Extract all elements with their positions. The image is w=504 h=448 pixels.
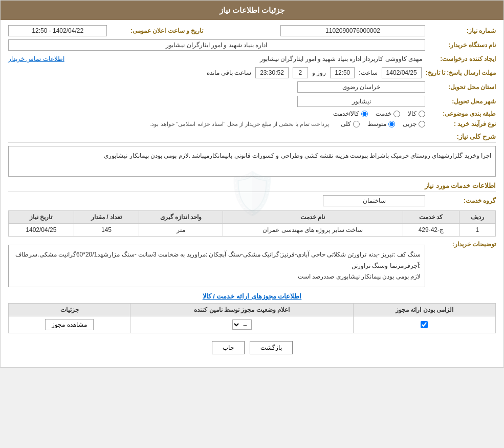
creator-value: مهدی کاووشی کاربرداز اداره بنیاد شهید و …: [69, 54, 425, 64]
service-cell-row: 1: [459, 224, 495, 237]
category-label: طبقه بندی موضوعی:: [429, 110, 496, 117]
services-table: ردیف کد خدمت نام خدمت واحد اندازه گیری ت…: [8, 210, 496, 237]
license-required-checkbox[interactable]: [421, 321, 428, 328]
response-days: 2: [293, 67, 308, 78]
col-header-row: ردیف: [459, 211, 495, 224]
col-header-unit: واحد اندازه گیری: [139, 211, 223, 224]
process-option-1[interactable]: جزیی: [403, 120, 425, 127]
print-button[interactable]: چاپ: [212, 341, 245, 354]
license-section: اطلاعات مجوزهای ارائه خدمت / کالا الزامی…: [8, 292, 496, 333]
announcement-date-label: تاریخ و ساعت اعلان عمومی:: [111, 27, 203, 34]
action-buttons: بازگشت چاپ: [8, 341, 496, 354]
response-remaining: 23:30:52: [255, 67, 289, 78]
announcement-date-value: 1402/04/22 - 12:50: [8, 25, 107, 36]
city-label: شهر محل تحویل:: [429, 98, 496, 105]
service-cell-unit: متر: [139, 224, 223, 237]
process-label: نوع فرآیند خرید :: [429, 120, 496, 127]
page-header: جزئیات اطلاعات نیاز: [1, 1, 503, 20]
need-number-row: شماره نیاز: 1102090076000002 تاریخ و ساع…: [8, 25, 496, 36]
services-label: اطلاعات خدمات مورد نیاز: [8, 182, 496, 192]
service-group-label: گروه خدمت:: [429, 197, 496, 204]
category-radio-group: کالا خدمت کالا/خدمت: [333, 110, 425, 117]
response-deadline-row: مهلت ارسال پاسخ: تا تاریخ: 1402/04/25 سا…: [8, 67, 496, 78]
general-desc-section: شرح کلی نیاز: اجرا وخرید گلزارشهدای روست…: [8, 133, 496, 177]
city-value: نیشابور: [297, 96, 425, 107]
need-number-label: شماره نیاز:: [429, 27, 496, 34]
contact-link[interactable]: اطلاعات تماس خریدار: [8, 55, 64, 62]
service-cell-name: ساخت سایر پروژه های مهندسی عمران: [223, 224, 403, 237]
service-cell-qty: 145: [74, 224, 139, 237]
category-option-2[interactable]: خدمت: [376, 110, 400, 117]
category-row: طبقه بندی موضوعی: کالا خدمت کالا/خدمت: [8, 110, 496, 117]
service-group-row: گروه خدمت: ساختمان: [8, 195, 496, 206]
general-desc-label: شرح کلی نیاز:: [8, 133, 496, 143]
category-option-3[interactable]: کالا/خدمت: [333, 110, 368, 117]
back-button[interactable]: بازگشت: [250, 341, 293, 354]
response-date: 1402/04/25: [382, 67, 422, 78]
view-license-button[interactable]: مشاهده مجوز: [45, 319, 93, 330]
page-wrapper: جزئیات اطلاعات نیاز 🛡️ شماره نیاز: 11020…: [0, 0, 504, 368]
col-header-code: کد خدمت: [403, 211, 459, 224]
license-status-select[interactable]: --: [232, 319, 252, 330]
buyer-org-row: نام دستگاه خریدار: اداره بنیاد شهید و ام…: [8, 39, 496, 51]
city-row: شهر محل تحویل: نیشابور: [8, 96, 496, 107]
license-col-status: اعلام وضعیت مجوز توسط نامین کننده: [130, 303, 354, 316]
page-title: جزئیات اطلاعات نیاز: [220, 6, 284, 14]
buyer-desc-value: سنگ کف :تبریز -بدنه تراورتن شکلاتی حاجی …: [8, 245, 425, 287]
process-radio-group: جزیی متوسط کلی: [341, 120, 425, 127]
service-cell-code: ج-42-429: [403, 224, 459, 237]
creator-row: ایجاد کننده درخواست: مهدی کاووشی کاربردا…: [8, 54, 496, 64]
process-row: نوع فرآیند خرید : جزیی متوسط کلی پرداخت …: [8, 120, 496, 127]
license-col-detail: جزئیات: [9, 303, 130, 316]
license-status-cell: --: [130, 316, 354, 333]
general-desc-value: اجرا وخرید گلزارشهدای روستای خرمیک باشرا…: [8, 146, 496, 177]
buyer-org-value: اداره بنیاد شهید و امور ایثارگران نیشابو…: [8, 39, 425, 51]
province-value: خراسان رضوی: [297, 81, 425, 93]
response-remaining-label: ساعت باقی مانده: [207, 69, 252, 76]
service-cell-date: 1402/04/25: [9, 224, 74, 237]
license-detail-cell: مشاهده مجوز: [9, 316, 130, 333]
license-section-title[interactable]: اطلاعات مجوزهای ارائه خدمت / کالا: [8, 292, 496, 300]
buyer-desc-label: توضیحات خریدار:: [429, 241, 496, 248]
need-number-value: 1102090076000002: [280, 25, 425, 36]
col-header-qty: تعداد / مقدار: [74, 211, 139, 224]
buyer-org-label: نام دستگاه خریدار:: [429, 41, 496, 49]
service-row: 1 ج-42-429 ساخت سایر پروژه های مهندسی عم…: [9, 224, 496, 237]
services-section: اطلاعات خدمات مورد نیاز گروه خدمت: ساختم…: [8, 182, 496, 287]
license-checkbox-wrapper: [358, 321, 491, 328]
col-header-name: نام خدمت: [223, 211, 403, 224]
process-option-3[interactable]: کلی: [341, 120, 360, 127]
license-table: الزامی بودن ارائه مجوز اعلام وضعیت مجوز …: [8, 303, 496, 333]
license-col-required: الزامی بودن ارائه مجوز: [353, 303, 495, 316]
province-label: استان محل تحویل:: [429, 83, 496, 91]
process-desc: پرداخت تمام یا بخشی از مبلغ خریدار از مح…: [150, 121, 329, 127]
buyer-desc-row: توضیحات خریدار: سنگ کف :تبریز -بدنه تراو…: [8, 241, 496, 287]
creator-label: ایجاد کننده درخواست:: [429, 55, 496, 62]
main-content: 🛡️ شماره نیاز: 1102090076000002 تاریخ و …: [1, 20, 503, 367]
response-days-label: روز و: [312, 69, 326, 76]
province-row: استان محل تحویل: خراسان رضوی: [8, 81, 496, 93]
response-time: 12:50: [330, 67, 355, 78]
license-required-cell: [353, 316, 495, 333]
license-row: -- مشاهده مجوز: [9, 316, 496, 333]
response-deadline-label: مهلت ارسال پاسخ: تا تاریخ:: [426, 69, 496, 76]
col-header-date: تاریخ نیاز: [9, 211, 74, 224]
process-option-2[interactable]: متوسط: [367, 120, 395, 127]
response-time-label: ساعت:: [359, 69, 377, 76]
service-group-value: ساختمان: [323, 195, 425, 206]
category-option-1[interactable]: کالا: [408, 110, 425, 117]
